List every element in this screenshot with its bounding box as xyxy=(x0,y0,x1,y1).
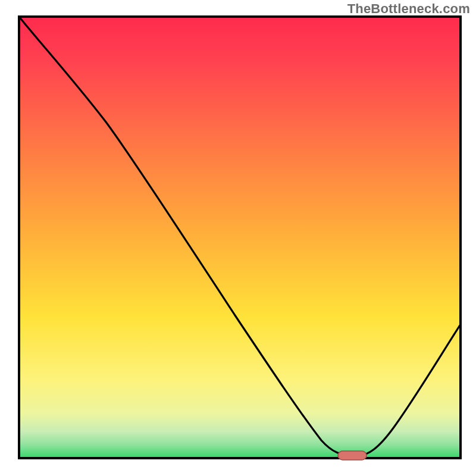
bottleneck-chart xyxy=(0,0,476,476)
gradient-background xyxy=(19,17,461,458)
optimal-marker xyxy=(338,451,367,460)
chart-frame: TheBottleneck.com xyxy=(0,0,476,476)
